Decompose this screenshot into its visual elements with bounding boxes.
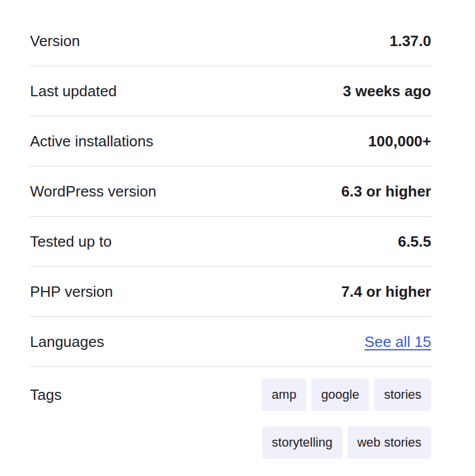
tag-pill[interactable]: stories [374, 379, 431, 411]
wordpress-version-value: 6.3 or higher [341, 182, 431, 201]
active-installations-label: Active installations [30, 132, 153, 151]
version-label: Version [30, 32, 80, 51]
meta-row-version: Version 1.37.0 [30, 16, 431, 66]
see-all-languages-link[interactable]: See all 15 [364, 333, 431, 352]
meta-row-php-version: PHP version 7.4 or higher [30, 267, 431, 317]
meta-row-languages: Languages See all 15 [30, 317, 431, 367]
tag-pill[interactable]: storytelling [262, 426, 342, 459]
last-updated-label: Last updated [30, 82, 116, 101]
meta-row-last-updated: Last updated 3 weeks ago [30, 66, 431, 116]
php-version-value: 7.4 or higher [341, 282, 431, 301]
meta-row-wordpress-version: WordPress version 6.3 or higher [30, 167, 431, 217]
tested-up-to-label: Tested up to [30, 232, 112, 251]
meta-list: Version 1.37.0 Last updated 3 weeks ago … [0, 0, 475, 428]
active-installations-value: 100,000+ [368, 132, 431, 151]
plugin-meta-panel: Version 1.37.0 Last updated 3 weeks ago … [0, 0, 475, 476]
tag-pill[interactable]: amp [262, 379, 306, 411]
wordpress-version-label: WordPress version [30, 182, 156, 201]
meta-row-active-installations: Active installations 100,000+ [30, 116, 431, 167]
tag-list: amp google stories storytelling web stor… [224, 379, 431, 459]
last-updated-value: 3 weeks ago [343, 82, 431, 101]
tested-up-to-value: 6.5.5 [398, 232, 431, 251]
tags-label: Tags [30, 379, 62, 411]
languages-label: Languages [30, 333, 104, 352]
php-version-label: PHP version [30, 282, 113, 301]
tag-pill[interactable]: web stories [348, 426, 431, 459]
meta-row-tested-up-to: Tested up to 6.5.5 [30, 217, 431, 267]
tag-pill[interactable]: google [311, 379, 369, 411]
version-value: 1.37.0 [390, 32, 431, 51]
meta-row-tags: Tags amp google stories storytelling web… [30, 367, 431, 428]
